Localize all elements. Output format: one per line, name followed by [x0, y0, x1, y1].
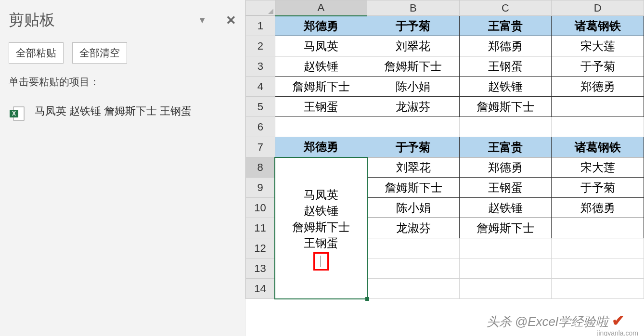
cell-a1[interactable]: 郑德勇 [275, 16, 367, 36]
text-cursor-icon [321, 256, 321, 267]
row-header-12[interactable]: 12 [246, 238, 275, 258]
row-header-2[interactable]: 2 [246, 36, 275, 56]
cell-b2[interactable]: 刘翠花 [367, 36, 460, 56]
paste-all-button[interactable]: 全部粘贴 [9, 42, 64, 64]
col-header-b[interactable]: B [367, 0, 460, 16]
cell-b9[interactable]: 詹姆斯下士 [367, 178, 460, 198]
cell-a5[interactable]: 王钢蛋 [275, 97, 367, 117]
cursor-highlight [313, 252, 329, 271]
cell-c2[interactable]: 郑德勇 [459, 36, 552, 56]
clear-all-button[interactable]: 全部清空 [72, 42, 127, 64]
cell-b8[interactable]: 刘翠花 [367, 157, 460, 178]
cell-c12[interactable] [459, 238, 552, 258]
cell-b13[interactable] [367, 258, 460, 279]
cell-b7[interactable]: 于予菊 [367, 137, 460, 157]
cell-b4[interactable]: 陈小娟 [367, 77, 460, 97]
row-header-4[interactable]: 4 [246, 77, 275, 97]
col-header-a[interactable]: A [275, 0, 367, 16]
cell-d6[interactable] [552, 117, 644, 137]
panel-buttons: 全部粘贴 全部清空 [9, 42, 236, 64]
cell-a6[interactable] [275, 117, 367, 137]
row-header-3[interactable]: 3 [246, 56, 275, 77]
row-header-7[interactable]: 7 [246, 137, 275, 157]
editing-line-2: 赵铁锤 [277, 203, 365, 219]
cell-d14[interactable] [552, 279, 644, 299]
clipboard-item-text: 马凤英 赵铁锤 詹姆斯下士 王钢蛋 [35, 103, 236, 119]
cell-b6[interactable] [367, 117, 460, 137]
cell-a8-editing[interactable]: 马凤英 赵铁锤 詹姆斯下士 王钢蛋 [275, 157, 367, 299]
row-header-8[interactable]: 8 [246, 157, 275, 178]
col-header-c[interactable]: C [459, 0, 552, 16]
row-header-10[interactable]: 10 [246, 198, 275, 218]
cell-b14[interactable] [367, 279, 460, 299]
cell-a2[interactable]: 马凤英 [275, 36, 367, 56]
cell-c1[interactable]: 王富贵 [459, 16, 552, 36]
row-header-6[interactable]: 6 [246, 117, 275, 137]
cell-a7[interactable]: 郑德勇 [275, 137, 367, 157]
checkmark-icon: ✔ [612, 312, 625, 329]
cell-d2[interactable]: 宋大莲 [552, 36, 644, 56]
editing-line-3: 詹姆斯下士 [277, 219, 365, 235]
cell-b10[interactable]: 陈小娟 [367, 198, 460, 218]
cell-b3[interactable]: 詹姆斯下士 [367, 56, 460, 77]
cell-d11[interactable] [552, 218, 644, 238]
cell-d4[interactable]: 郑德勇 [552, 77, 644, 97]
cell-d9[interactable]: 于予菊 [552, 178, 644, 198]
row-header-5[interactable]: 5 [246, 97, 275, 117]
editing-line-4: 王钢蛋 [277, 235, 365, 251]
cell-b5[interactable]: 龙淑芬 [367, 97, 460, 117]
row-header-13[interactable]: 13 [246, 258, 275, 279]
cell-d5[interactable] [552, 97, 644, 117]
cell-c7[interactable]: 王富贵 [459, 137, 552, 157]
clipboard-panel: 剪贴板 ▼ ✕ 全部粘贴 全部清空 单击要粘贴的项目： X 马凤英 赵铁锤 詹姆… [0, 0, 245, 336]
cell-b11[interactable]: 龙淑芬 [367, 218, 460, 238]
cell-a3[interactable]: 赵铁锤 [275, 56, 367, 77]
cell-c9[interactable]: 王钢蛋 [459, 178, 552, 198]
row-header-14[interactable]: 14 [246, 279, 275, 299]
clipboard-item[interactable]: X 马凤英 赵铁锤 詹姆斯下士 王钢蛋 [9, 101, 236, 124]
cell-d10[interactable]: 郑德勇 [552, 198, 644, 218]
row-header-11[interactable]: 11 [246, 218, 275, 238]
cell-b12[interactable] [367, 238, 460, 258]
dropdown-icon[interactable]: ▼ [198, 15, 206, 26]
excel-icon: X [9, 105, 26, 122]
col-header-d[interactable]: D [552, 0, 644, 16]
cell-c4[interactable]: 赵铁锤 [459, 77, 552, 97]
spreadsheet[interactable]: A B C D 1 郑德勇 于予菊 王富贵 诸葛钢铁 2 马凤英 刘翠花 郑德勇… [245, 0, 644, 336]
cell-c5[interactable]: 詹姆斯下士 [459, 97, 552, 117]
watermark-site: jingyanla.com [597, 329, 638, 336]
cell-d8[interactable]: 宋大莲 [552, 157, 644, 178]
row-header-9[interactable]: 9 [246, 178, 275, 198]
cell-d12[interactable] [552, 238, 644, 258]
cell-d3[interactable]: 于予菊 [552, 56, 644, 77]
cell-a4[interactable]: 詹姆斯下士 [275, 77, 367, 97]
watermark: 头杀 @Excel学经验啦 ✔ [487, 311, 625, 330]
cell-c11[interactable]: 詹姆斯下士 [459, 218, 552, 238]
cell-c3[interactable]: 王钢蛋 [459, 56, 552, 77]
cell-d7[interactable]: 诸葛钢铁 [552, 137, 644, 157]
panel-title: 剪贴板 [9, 10, 198, 31]
cell-c14[interactable] [459, 279, 552, 299]
row-header-1[interactable]: 1 [246, 16, 275, 36]
cell-c10[interactable]: 赵铁锤 [459, 198, 552, 218]
cell-c6[interactable] [459, 117, 552, 137]
close-icon[interactable]: ✕ [226, 13, 236, 28]
grid[interactable]: A B C D 1 郑德勇 于予菊 王富贵 诸葛钢铁 2 马凤英 刘翠花 郑德勇… [245, 0, 644, 299]
cell-d1[interactable]: 诸葛钢铁 [552, 16, 644, 36]
editing-line-1: 马凤英 [277, 187, 365, 203]
cell-c13[interactable] [459, 258, 552, 279]
cell-b1[interactable]: 于予菊 [367, 16, 460, 36]
panel-header: 剪贴板 ▼ ✕ [9, 10, 236, 31]
svg-text:X: X [12, 110, 16, 117]
cell-d13[interactable] [552, 258, 644, 279]
panel-hint: 单击要粘贴的项目： [9, 75, 236, 89]
select-all-corner[interactable] [246, 0, 275, 16]
cell-c8[interactable]: 郑德勇 [459, 157, 552, 178]
